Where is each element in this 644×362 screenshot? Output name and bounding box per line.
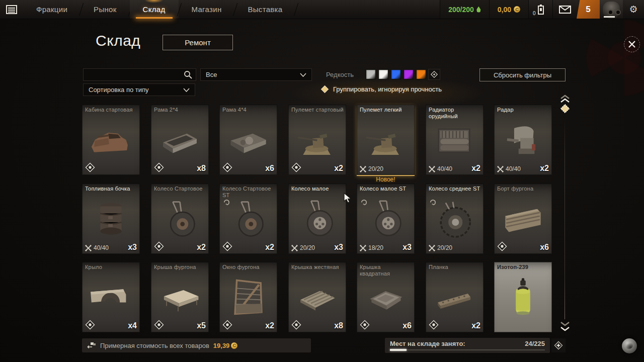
rarity-swatch-relic[interactable] <box>428 69 440 80</box>
durability-value: 20/20 <box>437 244 452 251</box>
item-card[interactable]: Пулемет легкий20/20 <box>357 105 415 175</box>
item-rarity <box>85 162 95 172</box>
item-image <box>292 275 342 319</box>
repair-button[interactable]: Ремонт <box>163 35 233 50</box>
tab-market[interactable]: Рынок <box>80 0 129 19</box>
item-card[interactable]: Крышка квадратнаяx6 <box>357 262 415 332</box>
item-card[interactable]: Радиатор орудийный40/40x2 <box>426 105 484 175</box>
storage-expand-button[interactable] <box>551 338 566 352</box>
close-button[interactable] <box>624 36 640 52</box>
total-value-bar: Примерная стоимость всех товаров 19,39 C <box>82 338 311 352</box>
rarity-swatch-3[interactable] <box>403 69 414 80</box>
item-card[interactable]: Колесо Стартовоеx2 <box>151 184 209 254</box>
item-card[interactable]: Окно фургонаx2 <box>219 262 277 332</box>
rarity-swatch-2[interactable] <box>390 69 401 80</box>
durability-wrench-icon <box>497 166 504 172</box>
item-card[interactable]: Изотоп-239 <box>494 262 552 332</box>
rarity-diamond-icon <box>154 162 164 172</box>
rarity-diamond-icon <box>85 320 95 330</box>
sort-dropdown[interactable]: Сортировка по типу <box>83 83 195 96</box>
item-name: Пулемет стартовый <box>291 107 344 113</box>
item-card[interactable]: Рама 4*4x6 <box>219 105 277 175</box>
item-card[interactable]: Кабина стартовая <box>82 105 140 175</box>
item-card[interactable]: Колесо малое20/20x3 <box>288 184 346 254</box>
item-image <box>86 197 136 241</box>
player-avatar[interactable] <box>600 0 623 19</box>
item-rarity <box>497 241 507 251</box>
goggle-icon <box>608 10 613 15</box>
chevron-down-icon <box>300 73 306 77</box>
envelope-icon <box>559 6 571 14</box>
tab-storage[interactable]: Склад <box>130 0 179 19</box>
sort-selected: Сортировка по типу <box>89 86 149 94</box>
item-name: Окно фургона <box>222 264 275 270</box>
rarity-diamond-icon <box>360 320 370 330</box>
coin-icon: C <box>231 342 237 349</box>
tab-divider <box>294 3 298 16</box>
item-image-wrap <box>86 118 136 162</box>
item-image <box>292 197 342 241</box>
scroll-down-indicator[interactable] <box>557 321 573 336</box>
item-name: Планка <box>429 264 481 270</box>
notification-badge[interactable]: 5 <box>577 0 600 19</box>
item-card[interactable]: Радар40/40x2 <box>494 105 552 175</box>
search-box <box>83 68 196 81</box>
item-count: x2 <box>265 321 274 330</box>
item-rarity <box>85 320 95 330</box>
item-count: x6 <box>540 243 549 252</box>
group-toggle[interactable]: Группировать, игнорируя прочность <box>320 85 442 94</box>
item-card[interactable]: Колесо малое ST18/20x3 <box>357 184 415 254</box>
battery-indicator[interactable]: 0 <box>528 0 552 19</box>
coin-icon: C <box>514 6 520 13</box>
item-card[interactable]: Крылоx4 <box>82 262 140 332</box>
main-menu-icon[interactable] <box>0 0 23 19</box>
item-rarity <box>291 320 301 330</box>
item-card[interactable]: Пулемет стартовыйx2 <box>288 105 346 175</box>
tab-exhibition[interactable]: Выставка <box>234 0 295 19</box>
durability-wrench-icon <box>291 245 298 251</box>
durability-wrench-icon <box>85 245 92 251</box>
tab-factions[interactable]: Фракции <box>23 0 80 19</box>
item-name: Рама 2*4 <box>154 107 207 113</box>
tab-shop[interactable]: Магазин <box>179 0 235 19</box>
item-card[interactable]: Топливная бочка40/40x3 <box>82 184 140 254</box>
item-image <box>498 118 548 162</box>
category-dropdown[interactable]: Все <box>200 68 312 81</box>
item-card[interactable]: Крышка жестянаяx8 <box>288 262 346 332</box>
item-card[interactable]: Колесо Стартовое STx2 <box>219 184 277 254</box>
rarity-swatch-1[interactable] <box>378 69 389 80</box>
item-name: Колесо малое ST <box>360 186 413 192</box>
item-image-wrap <box>223 275 273 319</box>
item-card[interactable]: Планкаx2 <box>426 262 484 332</box>
scroll-up-indicator[interactable] <box>557 95 573 118</box>
search-input[interactable] <box>84 71 184 78</box>
item-card[interactable]: Борт фургонаx6 <box>494 184 552 254</box>
goggle-icon <box>615 10 621 15</box>
fuel-resource[interactable]: 200/200 <box>440 0 489 19</box>
item-name: Колесо среднее ST <box>429 186 481 192</box>
reset-filters-button[interactable]: Сбросить фильтры <box>479 68 566 81</box>
item-name: Крыша фургона <box>154 264 207 270</box>
item-rarity <box>429 320 439 330</box>
item-card[interactable]: Крыша фургонаx5 <box>151 262 209 332</box>
rarity-swatch-4[interactable] <box>416 69 427 80</box>
item-card[interactable]: Рама 2*4x8 <box>151 105 209 175</box>
scrollbar-track[interactable] <box>565 118 565 319</box>
item-image <box>155 197 205 241</box>
durability-value: 40/40 <box>506 165 521 172</box>
close-icon <box>628 40 636 48</box>
settings-button[interactable]: ⚙ <box>623 0 644 19</box>
item-count: x2 <box>265 243 274 252</box>
item-count: x3 <box>334 243 343 252</box>
biohazard-watermark <box>587 20 644 96</box>
item-card[interactable]: Колесо среднее ST20/20 <box>426 184 484 254</box>
durability-value: 18/20 <box>368 244 383 251</box>
durability-value: 40/40 <box>437 165 452 172</box>
rarity-swatch-0[interactable] <box>365 69 376 80</box>
durability-wrench-icon <box>429 166 435 172</box>
item-rarity <box>222 241 232 251</box>
coin-resource[interactable]: 0,00 C <box>489 0 528 19</box>
search-icon[interactable] <box>184 70 192 79</box>
item-name: Топливная бочка <box>85 186 138 192</box>
mail-button[interactable] <box>552 0 577 19</box>
